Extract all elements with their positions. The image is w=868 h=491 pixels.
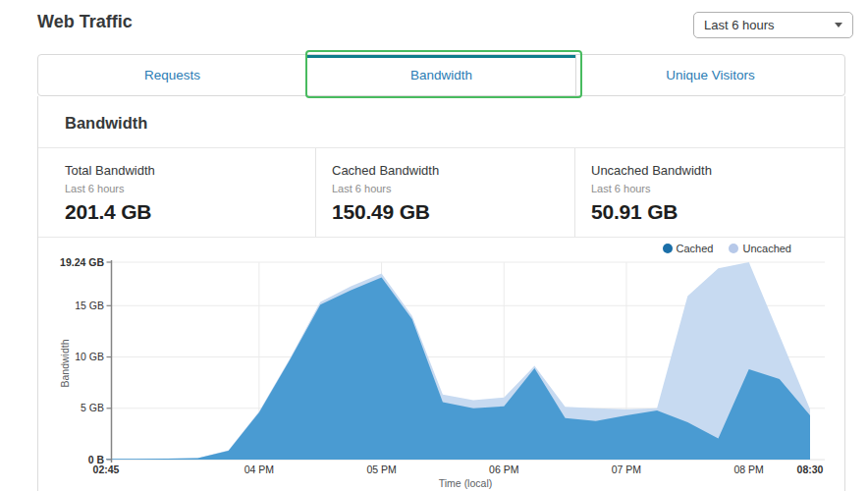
tab-bandwidth-label: Bandwidth <box>410 68 472 82</box>
traffic-tabs: Requests Bandwidth Unique Visitors <box>37 54 845 96</box>
stat-value: 50.91 GB <box>591 200 844 224</box>
tab-unique-visitors[interactable]: Unique Visitors <box>575 55 844 95</box>
uncached-dot-icon <box>729 244 738 253</box>
stat-period: Last 6 hours <box>65 183 315 194</box>
tab-unique-visitors-label: Unique Visitors <box>666 68 755 82</box>
y-tick-label: 5 GB <box>81 402 104 413</box>
chart-legend: Cached Uncached <box>663 243 791 254</box>
stat-total-bandwidth: Total Bandwidth Last 6 hours 201.4 GB <box>38 148 315 237</box>
legend-label: Cached <box>677 243 714 254</box>
stats-row: Total Bandwidth Last 6 hours 201.4 GB Ca… <box>38 147 844 238</box>
stat-value: 201.4 GB <box>65 200 315 224</box>
stat-label: Total Bandwidth <box>65 163 315 178</box>
tab-requests[interactable]: Requests <box>38 55 306 95</box>
stat-cached-bandwidth: Cached Bandwidth Last 6 hours 150.49 GB <box>315 148 574 237</box>
stat-uncached-bandwidth: Uncached Bandwidth Last 6 hours 50.91 GB <box>574 148 844 237</box>
stat-period: Last 6 hours <box>332 183 574 194</box>
x-tick-label: 08:30 <box>797 464 824 475</box>
stat-label: Cached Bandwidth <box>332 163 574 178</box>
x-tick-label: 07 PM <box>612 464 641 475</box>
page-title: Web Traffic <box>37 12 133 32</box>
tab-bandwidth[interactable]: Bandwidth <box>306 55 575 95</box>
legend-item-uncached[interactable]: Uncached <box>729 243 791 254</box>
x-axis-title: Time (local) <box>439 477 492 489</box>
tab-requests-label: Requests <box>144 68 200 82</box>
stat-label: Uncached Bandwidth <box>591 163 844 178</box>
y-axis-title: Bandwidth <box>59 339 71 387</box>
chevron-down-icon <box>835 23 842 27</box>
legend-label: Uncached <box>742 243 791 254</box>
stat-period: Last 6 hours <box>591 183 844 194</box>
x-tick-label: 08 PM <box>733 464 763 475</box>
x-tick-label: 04 PM <box>244 464 274 475</box>
x-tick-label: 02:45 <box>93 464 120 475</box>
x-tick-label: 05 PM <box>366 464 396 475</box>
active-tab-indicator <box>307 55 575 58</box>
time-range-value: Last 6 hours <box>704 18 775 32</box>
bandwidth-chart: 0 B5 GB10 GB15 GB19.24 GB02:4504 PM05 PM… <box>0 253 868 491</box>
y-tick-label: 15 GB <box>75 300 104 311</box>
y-tick-label: 10 GB <box>75 351 104 362</box>
section-heading: Bandwidth <box>65 114 147 133</box>
stat-value: 150.49 GB <box>332 200 574 224</box>
legend-item-cached[interactable]: Cached <box>663 243 714 254</box>
web-traffic-page: Web Traffic Last 6 hours Requests Bandwi… <box>0 0 868 491</box>
bandwidth-chart-area[interactable]: 0 B5 GB10 GB15 GB19.24 GB02:4504 PM05 PM… <box>0 253 868 491</box>
y-tick-label: 19.24 GB <box>60 256 104 268</box>
time-range-select[interactable]: Last 6 hours <box>693 12 853 38</box>
cached-dot-icon <box>663 244 673 253</box>
x-tick-label: 06 PM <box>489 464 518 475</box>
